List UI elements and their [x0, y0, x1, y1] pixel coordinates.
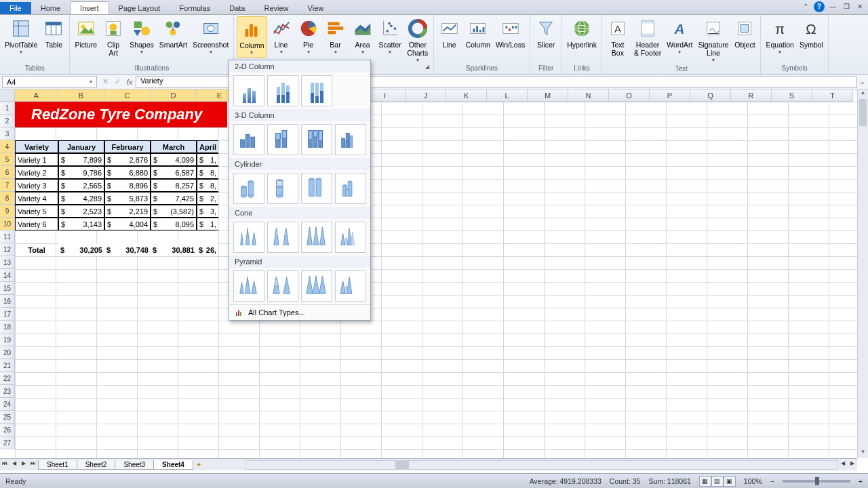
tab-file[interactable]: File: [0, 2, 31, 14]
name-box[interactable]: A4▾: [2, 76, 97, 88]
pivottable-button[interactable]: PivotTable▾: [3, 16, 39, 56]
chart-pyramid-clustered[interactable]: [233, 270, 264, 302]
tab-formulas[interactable]: Formulas: [170, 2, 220, 14]
restore-icon[interactable]: ❐: [841, 1, 852, 12]
sheet-tab-sheet2[interactable]: Sheet2: [77, 460, 116, 470]
sheet-tab-sheet4[interactable]: Sheet4: [153, 460, 193, 470]
close-icon[interactable]: ✕: [854, 1, 865, 12]
help-icon[interactable]: ?: [814, 1, 825, 12]
row-header-24[interactable]: 24: [0, 398, 15, 411]
row-header-12[interactable]: 12: [0, 243, 15, 256]
sparkline-winloss-button[interactable]: Win/Loss: [494, 16, 527, 50]
sparkline-line-button[interactable]: Line: [437, 16, 462, 50]
tab-nav-first[interactable]: ⏮: [0, 460, 9, 470]
chart-3d-column[interactable]: [335, 124, 366, 155]
minimize-icon[interactable]: —: [827, 1, 838, 12]
col-header-T[interactable]: T: [812, 89, 853, 102]
hscroll-right[interactable]: ▶: [848, 460, 857, 470]
pie-chart-button[interactable]: Pie▾: [296, 16, 321, 56]
row-header-16[interactable]: 16: [0, 295, 15, 308]
scroll-up-icon[interactable]: ▲: [858, 89, 868, 99]
scatter-chart-button[interactable]: Scatter▾: [377, 16, 403, 56]
col-header-P[interactable]: P: [650, 89, 690, 102]
tab-review[interactable]: Review: [254, 2, 298, 14]
chart-3d-clustered[interactable]: [233, 124, 264, 155]
column-chart-button[interactable]: Column▾: [237, 16, 267, 58]
other-charts-button[interactable]: Other Charts▾: [405, 16, 431, 64]
row-header-2[interactable]: 2: [0, 115, 15, 127]
col-header-K[interactable]: K: [446, 89, 487, 102]
row-header-7[interactable]: 7: [0, 179, 15, 192]
tab-page-layout[interactable]: Page Layout: [109, 2, 170, 14]
row-header-27[interactable]: 27: [0, 436, 15, 449]
row-header-5[interactable]: 5: [0, 153, 15, 166]
view-normal[interactable]: ▦: [699, 476, 711, 487]
picture-button[interactable]: Picture: [73, 16, 99, 50]
row-header-25[interactable]: 25: [0, 411, 15, 424]
view-page-layout[interactable]: ▤: [711, 476, 724, 487]
textbox-button[interactable]: AText Box: [605, 16, 631, 58]
chart-cylinder-3d[interactable]: [335, 173, 366, 204]
row-header-18[interactable]: 18: [0, 321, 15, 333]
sheet-tab-sheet1[interactable]: Sheet1: [38, 460, 77, 470]
col-header-O[interactable]: O: [609, 89, 650, 102]
charts-dialog-launcher[interactable]: ◢: [423, 64, 431, 72]
col-header-J[interactable]: J: [406, 89, 446, 102]
minimize-ribbon-icon[interactable]: ⌃: [800, 1, 811, 12]
zoom-in[interactable]: +: [859, 477, 863, 485]
col-header-B[interactable]: B: [58, 89, 104, 102]
screenshot-button[interactable]: Screenshot▾: [191, 16, 231, 56]
object-button[interactable]: Object: [732, 16, 757, 50]
scroll-thumb[interactable]: [859, 99, 867, 126]
row-header-9[interactable]: 9: [0, 205, 15, 218]
chart-pyramid-3d[interactable]: [335, 270, 366, 302]
col-header-N[interactable]: N: [568, 89, 609, 102]
column-headers[interactable]: ABCDEFGHIJKLMNOPQRST: [15, 89, 857, 102]
col-header-C[interactable]: C: [104, 89, 151, 102]
new-sheet-button[interactable]: ✦: [193, 461, 205, 468]
slicer-button[interactable]: Slicer: [533, 16, 559, 50]
chart-cone-3d[interactable]: [335, 222, 366, 253]
equation-button[interactable]: πEquation▾: [764, 16, 795, 56]
row-header-26[interactable]: 26: [0, 424, 15, 436]
tab-nav-last[interactable]: ⏭: [28, 460, 38, 470]
view-page-break[interactable]: ▣: [724, 476, 736, 487]
tab-insert[interactable]: Insert: [70, 1, 109, 14]
chart-pyramid-100stacked[interactable]: [301, 270, 332, 302]
cells-grid[interactable]: RedZone Tyre Company VarietyJanuaryFebru…: [15, 102, 857, 458]
row-header-4[interactable]: 4: [0, 140, 15, 153]
zoom-level[interactable]: 100%: [744, 477, 762, 485]
zoom-out[interactable]: −: [770, 477, 774, 485]
row-headers[interactable]: 1234567891011121314151617181920212223242…: [0, 102, 15, 449]
chart-3d-100stacked[interactable]: [301, 124, 332, 155]
col-header-M[interactable]: M: [528, 89, 568, 102]
row-header-11[interactable]: 11: [0, 230, 15, 243]
vertical-scrollbar[interactable]: ▲ ▼: [857, 89, 868, 458]
clipart-button[interactable]: Clip Art: [100, 16, 126, 58]
horizontal-scrollbar[interactable]: [245, 460, 838, 470]
wordart-button[interactable]: AWordArt▾: [665, 16, 694, 56]
row-header-8[interactable]: 8: [0, 192, 15, 205]
line-chart-button[interactable]: Line▾: [269, 16, 294, 56]
select-all-corner[interactable]: [0, 89, 15, 102]
enter-icon[interactable]: ✓: [111, 77, 123, 86]
bar-chart-button[interactable]: Bar▾: [323, 16, 349, 56]
hscroll-thumb[interactable]: [395, 461, 409, 469]
area-chart-button[interactable]: Area▾: [350, 16, 376, 56]
smartart-button[interactable]: SmartArt: [157, 16, 189, 50]
chart-pyramid-stacked[interactable]: [267, 270, 298, 302]
cancel-icon[interactable]: ✕: [99, 77, 111, 86]
chart-cone-100stacked[interactable]: [301, 222, 332, 253]
shapes-button[interactable]: Shapes▾: [127, 16, 156, 56]
chart-3d-stacked[interactable]: [267, 124, 298, 155]
row-header-13[interactable]: 13: [0, 256, 15, 269]
col-header-L[interactable]: L: [487, 89, 528, 102]
tab-home[interactable]: Home: [31, 2, 70, 14]
chart-cone-stacked[interactable]: [267, 222, 298, 253]
expand-formula-bar[interactable]: ⌄: [857, 77, 867, 86]
row-header-19[interactable]: 19: [0, 333, 15, 346]
chart-2d-clustered[interactable]: [233, 75, 264, 106]
table-button[interactable]: Table: [41, 16, 66, 50]
row-header-21[interactable]: 21: [0, 359, 15, 372]
symbol-button[interactable]: ΩSymbol: [797, 16, 825, 50]
